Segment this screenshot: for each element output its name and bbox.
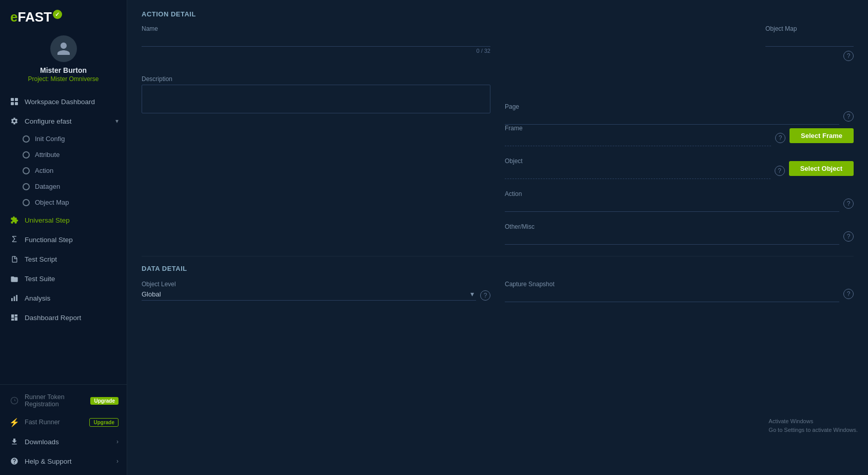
object-level-label: Object Level — [142, 281, 490, 288]
puzzle-icon — [9, 215, 19, 225]
sidebar-item-test-script[interactable]: Test Script — [0, 249, 127, 269]
downloads-label: Downloads — [25, 438, 116, 446]
sidebar-item-functional-step[interactable]: Σ Functional Step — [0, 230, 127, 249]
sidebar-sub-datagen[interactable]: Datagen — [0, 179, 127, 194]
help-support-label: Help & Support — [25, 458, 116, 465]
sidebar-item-analysis[interactable]: Analysis — [0, 288, 127, 308]
object-map-help-icon[interactable]: ? — [843, 51, 854, 61]
data-detail-header: DATA DETAIL — [142, 265, 854, 272]
sidebar-item-test-suite[interactable]: Test Suite — [0, 269, 127, 288]
logo-e: e — [10, 9, 17, 25]
capture-snapshot-help-icon[interactable]: ? — [843, 289, 854, 299]
object-field: Object — [505, 157, 771, 179]
svg-rect-1 — [15, 98, 18, 101]
object-help-icon[interactable]: ? — [775, 166, 785, 176]
other-misc-help-icon[interactable]: ? — [843, 231, 854, 242]
select-frame-button[interactable]: Select Frame — [790, 128, 854, 143]
grid-icon — [9, 96, 19, 107]
sidebar-item-downloads[interactable]: Downloads › — [0, 432, 127, 451]
name-field: Name 0 / 32 — [142, 25, 490, 64]
object-input[interactable] — [505, 167, 771, 179]
sub-dot-icon — [23, 199, 30, 206]
upgrade-badge-outline[interactable]: Upgrade — [89, 418, 119, 427]
action-help-icon[interactable]: ? — [843, 199, 854, 209]
description-field: Description — [142, 75, 490, 113]
form-row-1: Name 0 / 32 Object Map ? — [127, 25, 868, 75]
sub-dot-icon — [23, 151, 30, 159]
sidebar-label-object-map: Object Map — [35, 199, 69, 206]
other-misc-label: Other/Misc — [505, 223, 839, 230]
name-char-count: 0 / 32 — [142, 48, 490, 54]
sidebar-label-analysis: Analysis — [25, 294, 119, 302]
sidebar-sub-object-map[interactable]: Object Map — [0, 194, 127, 210]
frame-field-wrapper: Frame ? Select Frame — [505, 125, 854, 146]
action-input[interactable] — [505, 200, 839, 212]
form-row-2: Description Page ? — [127, 75, 868, 125]
svg-rect-4 — [11, 298, 13, 301]
sidebar-label-universal-step: Universal Step — [25, 216, 119, 224]
sigma-icon: Σ — [9, 234, 19, 245]
description-label: Description — [142, 75, 490, 83]
sidebar-sub-init-config[interactable]: Init Config — [0, 131, 127, 147]
fast-runner-label: Fast Runner — [25, 419, 86, 426]
capture-snapshot-input[interactable] — [505, 290, 839, 302]
sidebar-label-functional-step: Functional Step — [25, 236, 119, 244]
sidebar-item-configure-efast[interactable]: Configure efast ▾ — [0, 111, 127, 131]
frame-input[interactable] — [505, 134, 771, 146]
svg-rect-3 — [15, 102, 18, 105]
bar-chart-icon — [9, 293, 19, 303]
sidebar-item-universal-step[interactable]: Universal Step — [0, 210, 127, 230]
sidebar-item-runner-token[interactable]: Runner Token Registration Upgrade — [0, 389, 127, 412]
sidebar-item-help-support[interactable]: Help & Support › — [0, 451, 127, 471]
lightning-icon: ⚡ — [9, 417, 19, 427]
avatar — [50, 35, 77, 62]
object-level-help-icon[interactable]: ? — [480, 290, 490, 301]
frame-help-icon[interactable]: ? — [775, 133, 785, 143]
other-misc-input[interactable] — [505, 232, 839, 245]
object-level-select[interactable]: Global — [142, 290, 470, 298]
runner-token-label: Runner Token Registration — [25, 393, 87, 408]
sidebar-label-init-config: Init Config — [35, 135, 65, 143]
form-row-6: Other/Misc ? — [127, 223, 868, 256]
sidebar-item-fast-runner[interactable]: ⚡ Fast Runner Upgrade — [0, 412, 127, 432]
data-detail-section: DATA DETAIL Object Level Global ▾ ? — [127, 265, 868, 312]
dropdown-arrow-icon: ▾ — [470, 290, 474, 298]
sidebar-sub-action[interactable]: Action — [0, 163, 127, 179]
logo-area: eFAST✓ — [0, 0, 127, 30]
help-icon — [9, 456, 19, 466]
select-object-button[interactable]: Select Object — [789, 161, 854, 176]
name-input[interactable] — [142, 34, 490, 47]
sub-dot-icon — [23, 183, 30, 190]
other-misc-field-wrapper: Other/Misc ? — [505, 223, 854, 245]
sidebar-label-workspace: Workspace Dashboard — [25, 98, 119, 106]
object-map-input[interactable] — [765, 34, 854, 47]
page-field-wrapper: Page ? — [505, 75, 854, 125]
action-field: Action — [505, 190, 839, 212]
frame-label: Frame — [505, 125, 771, 132]
description-input[interactable] — [142, 85, 490, 113]
capture-snapshot-field: Capture Snapshot — [505, 281, 839, 302]
sidebar-label-attribute: Attribute — [35, 151, 60, 159]
logo-check-icon: ✓ — [53, 10, 62, 19]
sidebar-item-workspace-dashboard[interactable]: Workspace Dashboard — [0, 92, 127, 111]
nav-bottom: Runner Token Registration Upgrade ⚡ Fast… — [0, 384, 127, 475]
sub-dot-icon — [23, 135, 30, 143]
object-level-wrapper: Object Level Global ▾ ? — [142, 281, 490, 302]
page-help-icon[interactable]: ? — [843, 111, 854, 122]
frame-field: Frame — [505, 125, 771, 146]
svg-rect-5 — [14, 296, 15, 301]
action-field-wrapper: Action ? — [505, 190, 854, 212]
download-icon — [9, 437, 19, 447]
sidebar-sub-attribute[interactable]: Attribute — [0, 147, 127, 163]
sidebar-item-dashboard-report[interactable]: Dashboard Report — [0, 308, 127, 327]
object-field-wrapper: Object ? Select Object — [505, 157, 854, 179]
user-icon — [56, 41, 71, 56]
upgrade-badge-solid[interactable]: Upgrade — [90, 397, 119, 405]
empty-left-2 — [142, 157, 490, 190]
object-level-select-wrapper: Global ▾ — [142, 290, 476, 301]
token-icon — [9, 395, 19, 406]
page-input[interactable] — [505, 112, 839, 125]
user-name: Mister Burton — [40, 66, 87, 74]
empty-left-4 — [142, 223, 490, 256]
nav-section: Workspace Dashboard Configure efast ▾ In… — [0, 90, 127, 384]
